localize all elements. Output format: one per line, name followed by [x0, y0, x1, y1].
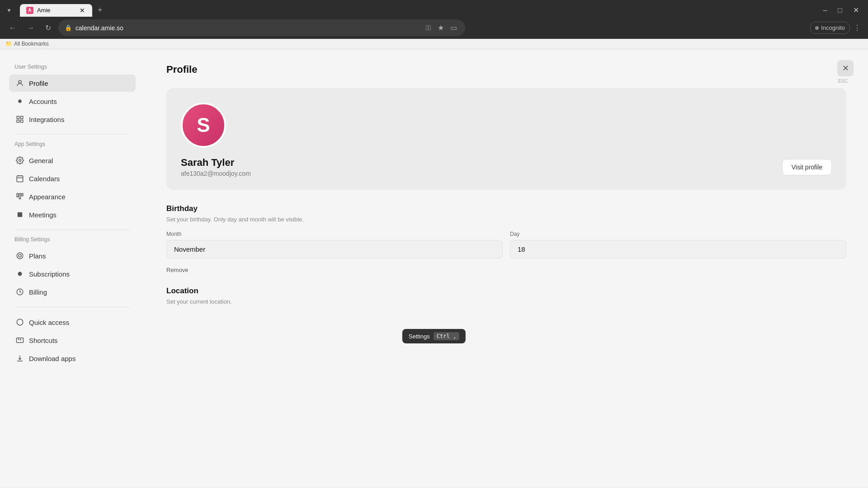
general-icon: [15, 156, 24, 165]
profile-icon: [15, 79, 24, 88]
sidebar-divider-3: [14, 307, 130, 307]
url-input[interactable]: [75, 24, 420, 32]
sidebar-quick-access-label: Quick access: [29, 319, 69, 326]
day-group: Day: [510, 231, 846, 258]
sidebar: User Settings Profile Accounts Integrati…: [0, 49, 145, 488]
location-title: Location: [166, 286, 846, 296]
sidebar-item-shortcuts[interactable]: Shortcuts: [9, 332, 136, 349]
user-info: Sarah Tyler afe130a2@moodjoy.com: [181, 157, 251, 177]
sidebar-profile-label: Profile: [29, 80, 48, 87]
billing-icon: [15, 287, 24, 296]
tab-close-button[interactable]: ✕: [79, 7, 86, 14]
settings-tooltip: Settings Ctrl ,: [402, 329, 466, 343]
sidebar-item-download-apps[interactable]: Download apps: [9, 350, 136, 367]
sidebar-item-billing[interactable]: Billing: [9, 283, 136, 300]
billing-settings-label: Billing Settings: [9, 236, 136, 243]
back-button[interactable]: ←: [5, 22, 20, 34]
user-name: Sarah Tyler: [181, 157, 251, 169]
page-title: Profile: [166, 64, 846, 75]
meetings-icon: [15, 210, 24, 219]
month-input[interactable]: [166, 240, 503, 258]
sidebar-meetings-label: Meetings: [29, 211, 57, 219]
sidebar-plans-label: Plans: [29, 252, 46, 260]
subscriptions-icon: [15, 269, 24, 278]
day-input[interactable]: [510, 240, 846, 258]
profile-card: S Sarah Tyler afe130a2@moodjoy.com Visit…: [166, 88, 846, 190]
quick-access-icon: [15, 318, 24, 327]
maximize-button[interactable]: □: [832, 4, 848, 16]
bookmarks-label: All Bookmarks: [14, 41, 49, 47]
sidebar-item-calendars[interactable]: Calendars: [9, 170, 136, 187]
sidebar-calendars-label: Calendars: [29, 175, 60, 183]
sidebar-item-quick-access[interactable]: Quick access: [9, 314, 136, 331]
tab-title: Amie: [37, 7, 75, 14]
month-label: Month: [166, 231, 503, 237]
close-button[interactable]: ✕: [848, 4, 864, 16]
svg-rect-14: [18, 212, 23, 217]
user-settings-label: User Settings: [9, 64, 136, 70]
svg-rect-11: [17, 193, 18, 197]
close-dialog-button[interactable]: ✕: [837, 60, 854, 76]
app-settings-label: App Settings: [9, 141, 136, 147]
sidebar-general-label: General: [29, 157, 53, 164]
split-view-icon[interactable]: ▭: [448, 22, 459, 34]
svg-rect-7: [17, 176, 23, 182]
refresh-button[interactable]: ↻: [42, 22, 55, 34]
svg-rect-3: [21, 116, 23, 118]
bookmarks-folder-icon: 📁: [5, 41, 12, 47]
shortcut-key: Ctrl ,: [434, 332, 459, 340]
sidebar-item-meetings[interactable]: Meetings: [9, 206, 136, 223]
sidebar-item-appearance[interactable]: Appearance: [9, 188, 136, 205]
remove-link[interactable]: Remove: [166, 267, 188, 273]
accounts-icon: [15, 97, 24, 106]
sidebar-item-general[interactable]: General: [9, 152, 136, 169]
security-lock-icon: 🔒: [65, 24, 72, 31]
esc-label: ESC: [838, 78, 848, 84]
download-apps-icon: [15, 354, 24, 363]
main-content: ✕ ESC Profile S Sarah Tyler afe130a2@moo…: [145, 49, 868, 488]
sidebar-integrations-label: Integrations: [29, 116, 64, 123]
avatar: S: [181, 103, 226, 148]
svg-rect-4: [17, 120, 19, 122]
sidebar-billing-label: Billing: [29, 288, 47, 296]
birthday-title: Birthday: [166, 204, 846, 213]
sidebar-divider-2: [14, 230, 130, 230]
eye-slash-icon[interactable]: 👁̸: [424, 22, 433, 34]
sidebar-item-profile[interactable]: Profile: [9, 75, 136, 92]
svg-rect-2: [17, 116, 19, 118]
appearance-icon: [15, 192, 24, 201]
svg-point-1: [18, 99, 22, 103]
new-tab-button[interactable]: +: [94, 4, 106, 17]
user-email: afe130a2@moodjoy.com: [181, 170, 251, 177]
svg-point-16: [19, 254, 21, 257]
sidebar-item-accounts[interactable]: Accounts: [9, 93, 136, 110]
profile-label: Incognito: [821, 24, 845, 31]
bookmark-icon[interactable]: ★: [436, 22, 446, 34]
day-label: Day: [510, 231, 846, 237]
tab-favicon: A: [26, 7, 33, 14]
svg-point-15: [17, 253, 23, 259]
incognito-dot: [815, 26, 819, 30]
forward-button[interactable]: →: [24, 22, 38, 34]
active-tab[interactable]: A Amie ✕: [20, 4, 92, 17]
profile-button[interactable]: Incognito: [810, 22, 850, 34]
svg-point-0: [19, 80, 21, 83]
svg-point-6: [19, 160, 21, 162]
visit-profile-button[interactable]: Visit profile: [782, 159, 832, 175]
svg-point-19: [17, 319, 23, 325]
minimize-button[interactable]: –: [817, 4, 832, 16]
sidebar-item-plans[interactable]: Plans: [9, 247, 136, 264]
sidebar-subscriptions-label: Subscriptions: [29, 270, 70, 278]
month-group: Month: [166, 231, 503, 258]
tooltip-label: Settings: [409, 333, 430, 340]
birthday-desc: Set your birthday. Only day and month wi…: [166, 216, 846, 223]
tab-list-button[interactable]: ▼: [4, 5, 14, 15]
sidebar-accounts-label: Accounts: [29, 98, 57, 105]
sidebar-item-integrations[interactable]: Integrations: [9, 111, 136, 128]
shortcuts-icon: [15, 336, 24, 345]
menu-button[interactable]: ⋮: [852, 22, 863, 34]
location-section: Location Set your current location.: [166, 286, 846, 305]
sidebar-item-subscriptions[interactable]: Subscriptions: [9, 265, 136, 282]
address-bar[interactable]: 🔒 👁̸ ★ ▭: [58, 19, 465, 36]
sidebar-divider-1: [14, 134, 130, 135]
